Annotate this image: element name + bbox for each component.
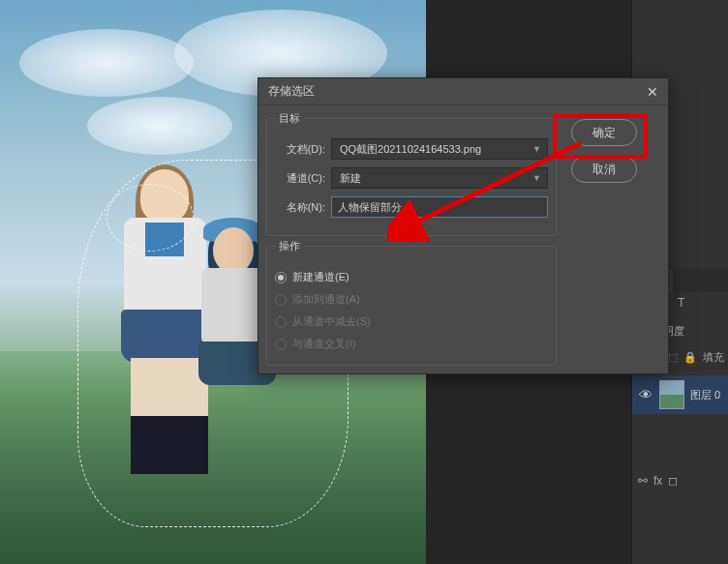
layer-name-label[interactable]: 图层 0	[690, 388, 720, 402]
operation-legend: 操作	[275, 239, 304, 253]
document-select[interactable]: QQ截图20211024164533.png ▼	[331, 138, 548, 160]
dialog-title: 存储选区	[268, 83, 315, 100]
cancel-button[interactable]: 取消	[571, 156, 637, 183]
chevron-down-icon: ▼	[532, 144, 541, 154]
name-input[interactable]	[331, 196, 548, 218]
layer-thumbnail[interactable]	[659, 380, 684, 409]
name-label: 名称(N):	[275, 200, 331, 215]
dialog-titlebar[interactable]: 存储选区 ✕	[258, 78, 668, 105]
chevron-down-icon: ▼	[532, 173, 541, 183]
radio-subtract-channel: 从通道中减去(S)	[275, 311, 548, 333]
save-selection-dialog: 存储选区 ✕ 目标 文档(D): QQ截图20211024164533.png …	[258, 77, 669, 374]
layer-row-0[interactable]: 👁 图层 0	[632, 375, 728, 414]
layer-style-icon[interactable]: fx	[653, 474, 662, 488]
layer-mask-icon[interactable]: ◻	[668, 474, 678, 488]
operation-group: 操作 新建通道(E) 添加到通道(A) 从通道中减去(S) 与通道交叉(I)	[266, 246, 557, 366]
target-legend: 目标	[275, 111, 304, 126]
visibility-eye-icon[interactable]: 👁	[632, 387, 659, 402]
lock-all-icon[interactable]: 🔒	[683, 351, 697, 364]
radio-intersect-channel: 与通道交叉(I)	[275, 333, 548, 355]
filter-type-icon[interactable]: T	[678, 296, 684, 310]
channel-label: 通道(C):	[275, 171, 331, 186]
channel-select[interactable]: 新建 ▼	[331, 167, 548, 189]
radio-new-channel[interactable]: 新建通道(E)	[275, 266, 548, 288]
link-layers-icon[interactable]: ⚯	[638, 474, 648, 488]
ok-button[interactable]: 确定	[571, 119, 637, 146]
close-icon[interactable]: ✕	[647, 84, 658, 100]
radio-add-channel: 添加到通道(A)	[275, 288, 548, 311]
target-group: 目标 文档(D): QQ截图20211024164533.png ▼ 通道(C)…	[266, 118, 557, 236]
fill-label: 填充	[703, 350, 724, 365]
document-label: 文档(D):	[275, 142, 331, 157]
lock-artboard-icon[interactable]: ⬚	[668, 351, 678, 364]
